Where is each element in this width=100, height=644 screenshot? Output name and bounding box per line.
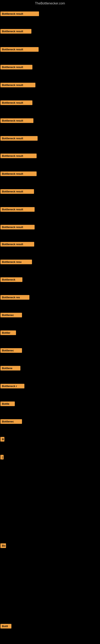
bottleneck-badge: Bottleneck result: [0, 100, 32, 105]
bottleneck-badge: |: [0, 455, 3, 460]
bottleneck-badge: Bottleneck result: [0, 29, 31, 34]
bottleneck-badge: Bottleneck r: [0, 384, 24, 388]
bottleneck-badge: Bottleneck result: [0, 225, 35, 230]
bottleneck-badge: Bottler: [0, 330, 16, 335]
bottleneck-badge: Bottleneck result: [0, 47, 39, 52]
bottleneck-badge: Bo: [0, 544, 6, 548]
bottleneck-badge: Bottle: [0, 402, 15, 406]
bottleneck-badge: Bottleneck result: [0, 207, 35, 212]
bottleneck-badge: Bottlenec: [0, 313, 22, 317]
bottleneck-badge: Bottleneck result: [0, 154, 37, 158]
bottleneck-badge: Bottlenec: [0, 348, 22, 353]
bottleneck-badge: Bottleneck result: [0, 172, 37, 176]
bottleneck-badge: Bottleneck result: [0, 189, 34, 194]
bottleneck-badge: Bottleneck: [0, 277, 22, 282]
bottleneck-badge: Bottleneck result: [0, 65, 32, 70]
bottleneck-badge: Bottleneck result: [0, 83, 35, 87]
bottleneck-badge: Bottleneck resu: [0, 260, 32, 264]
bottleneck-badge: Bottl: [0, 624, 11, 628]
bottleneck-badge: Bottleneck result: [0, 242, 34, 246]
bottleneck-badge: Bottlenec: [0, 419, 22, 424]
bottleneck-badge: B: [0, 437, 4, 442]
bottleneck-badge: Bottlene: [0, 366, 20, 370]
bottleneck-badge: Bottleneck res: [0, 295, 29, 300]
bottleneck-badge: Bottleneck result: [0, 12, 39, 16]
bottleneck-badge: Bottleneck result: [0, 136, 38, 141]
bottleneck-badge: Bottleneck result: [0, 118, 33, 123]
